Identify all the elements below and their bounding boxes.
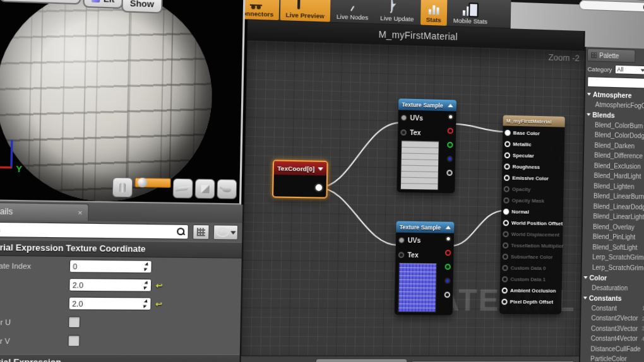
details-tabbar: Details ×: [0, 201, 242, 223]
stats-button[interactable]: Stats: [420, 0, 448, 26]
tex-input-pin[interactable]: [398, 252, 405, 258]
palette-item[interactable]: Constant3Vector 3: [581, 324, 644, 334]
green-output-pin[interactable]: [444, 264, 451, 270]
palette-search-input[interactable]: [587, 76, 644, 88]
section-header-texture-coordinate[interactable]: Material Expression Texture Coordinate: [0, 239, 242, 259]
show-button[interactable]: Show: [121, 0, 162, 14]
lit-mode-button[interactable]: Lit: [83, 0, 123, 9]
rgb-output-pin[interactable]: [445, 236, 451, 242]
un-mirror-v-checkbox[interactable]: [68, 335, 80, 347]
palette-item[interactable]: Constant2Vector 2: [581, 313, 644, 324]
texture-sample-header[interactable]: Texture Sample: [398, 98, 456, 111]
pin-circle-icon[interactable]: [504, 130, 510, 136]
material-input-pin-row: Specular: [502, 149, 564, 162]
red-output-pin[interactable]: [448, 128, 454, 134]
live-preview-button[interactable]: Live Preview: [280, 0, 331, 22]
spinner-icon[interactable]: [143, 300, 149, 307]
pin-circle-icon[interactable]: [503, 231, 508, 238]
palette-item[interactable]: Blend_Overlay: [583, 221, 644, 233]
texture-sample-node-bottom[interactable]: Texture Sample UVs Tex: [395, 221, 455, 315]
texture-sample-header[interactable]: Texture Sample: [396, 221, 454, 233]
palette-item[interactable]: ParticleColor: [580, 354, 644, 362]
close-icon[interactable]: ×: [78, 209, 82, 216]
vtiling-input[interactable]: [69, 297, 152, 310]
pin-circle-icon[interactable]: [502, 288, 508, 294]
texcoord-output-pin[interactable]: [314, 183, 323, 192]
section-header-material-expression[interactable]: Material Expression: [0, 354, 240, 362]
palette-item[interactable]: Color: [581, 272, 644, 283]
tex-input-pin[interactable]: [400, 129, 407, 136]
details-search-input[interactable]: [0, 225, 177, 236]
category-dropdown[interactable]: All: [614, 65, 644, 75]
texcoord-node-header[interactable]: TexCoord[0]: [274, 161, 327, 175]
palette-item[interactable]: Lerp_ScratchGrime2: [582, 262, 644, 273]
un-mirror-u-checkbox[interactable]: [68, 316, 80, 328]
red-output-pin[interactable]: [445, 250, 451, 256]
texcoord-node[interactable]: TexCoord[0]: [272, 160, 328, 199]
alpha-output-pin[interactable]: [446, 170, 453, 176]
green-output-pin[interactable]: [447, 142, 453, 148]
pin-circle-icon[interactable]: [503, 220, 509, 226]
coordinate-index-input[interactable]: [69, 260, 152, 274]
utiling-input[interactable]: [69, 278, 152, 292]
uvs-input-pin[interactable]: [398, 237, 405, 243]
pin-circle-icon[interactable]: [503, 197, 509, 204]
pin-circle-icon[interactable]: [504, 163, 510, 170]
shape-cylinder-button[interactable]: [112, 177, 133, 197]
reset-to-default-icon[interactable]: ↩: [155, 299, 162, 308]
live-nodes-button[interactable]: Live Nodes: [331, 0, 374, 23]
wire-rgb-to-basecolor: [453, 124, 506, 132]
uvs-input-pin[interactable]: [401, 114, 407, 120]
palette-item[interactable]: Blend_LinearLight: [583, 211, 644, 223]
pin-circle-icon[interactable]: [503, 242, 508, 248]
mobile-stats-button[interactable]: Mobile Stats: [448, 0, 493, 27]
pin-circle-icon[interactable]: [503, 209, 509, 215]
palette-item[interactable]: Blend_Exclusion: [584, 160, 644, 172]
pin-circle-icon[interactable]: [501, 299, 507, 305]
details-search[interactable]: [0, 221, 189, 239]
palette-item[interactable]: Blend_HardLight: [583, 170, 644, 182]
live-update-button[interactable]: Live Update: [375, 0, 420, 25]
material-input-pin-row: Metallic: [503, 138, 564, 151]
palette-item[interactable]: Lerp_ScratchGrime: [582, 252, 644, 262]
perspective-button[interactable]: Perspective: [0, 0, 81, 4]
palette-item[interactable]: Blend_SoftLight: [582, 242, 644, 252]
palette-item[interactable]: Blend_PinLight: [582, 231, 644, 242]
shape-cube-button[interactable]: [194, 178, 215, 199]
spinner-icon[interactable]: [143, 281, 150, 289]
preview-viewport[interactable]: Perspective Lit Show Y: [0, 0, 246, 205]
find-results-tab[interactable]: Find Results ×: [315, 358, 407, 362]
palette-item[interactable]: Constant 1: [581, 303, 644, 313]
view-options-button[interactable]: [213, 225, 238, 240]
alpha-output-pin[interactable]: [444, 292, 451, 298]
pin-circle-icon[interactable]: [504, 186, 510, 192]
shape-sphere-button[interactable]: [134, 178, 170, 188]
pin-circle-icon[interactable]: [504, 152, 510, 158]
pin-circle-icon[interactable]: [504, 141, 510, 148]
palette-item[interactable]: DistanceCullFade: [580, 344, 644, 354]
reset-to-default-icon[interactable]: ↩: [156, 281, 163, 290]
rgb-output-pin[interactable]: [448, 114, 454, 120]
shape-teapot-button[interactable]: [217, 179, 237, 199]
texture-sample-node-top[interactable]: Texture Sample UVs Tex: [397, 98, 456, 193]
material-result-node[interactable]: M_myFirstMaterial Base Color Metallic: [499, 115, 565, 315]
graph-canvas[interactable]: Zoom -2 MATERIAL TexCoord[0] Texture Sa: [241, 40, 585, 356]
blue-output-pin[interactable]: [444, 277, 451, 284]
palette-tab[interactable]: Palette: [587, 48, 636, 62]
background-search-input[interactable]: [579, 0, 644, 13]
property-matrix-button[interactable]: [193, 225, 210, 240]
pin-circle-icon[interactable]: [502, 265, 508, 271]
pin-circle-icon[interactable]: [502, 276, 508, 283]
shape-plane-button[interactable]: [173, 178, 193, 199]
palette-item[interactable]: Constant4Vector 4: [580, 334, 644, 344]
palette-item[interactable]: Constants: [581, 293, 644, 303]
pin-circle-icon[interactable]: [503, 254, 508, 260]
palette-item[interactable]: Blend_Lighten: [583, 180, 644, 192]
palette-item[interactable]: Blend_LinearBurn: [583, 190, 644, 202]
palette-item[interactable]: Desaturation: [581, 283, 644, 293]
spinner-icon[interactable]: [143, 263, 150, 271]
blue-output-pin[interactable]: [447, 156, 453, 162]
palette-item[interactable]: Blend_LinearDodge: [583, 201, 644, 213]
details-tab[interactable]: Details ×: [0, 202, 89, 221]
pin-circle-icon[interactable]: [504, 175, 510, 181]
